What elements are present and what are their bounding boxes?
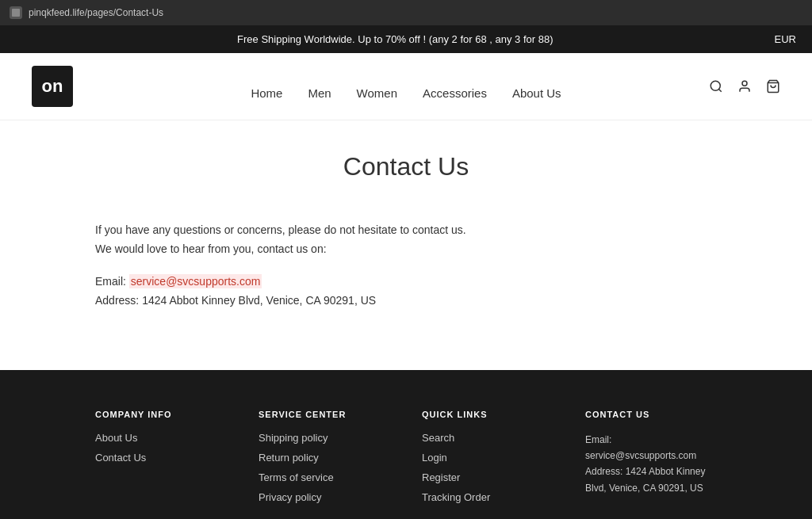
footer-col-contact-title: CONTACT US (585, 410, 717, 419)
browser-favicon (10, 6, 22, 19)
footer-link-tracking[interactable]: Tracking Order (422, 491, 553, 503)
footer-link-shipping[interactable]: Shipping policy (259, 432, 390, 444)
top-banner: Free Shipping Worldwide. Up to 70% off !… (0, 25, 812, 53)
nav-home[interactable]: Home (251, 86, 282, 100)
banner-message: Free Shipping Worldwide. Up to 70% off !… (16, 33, 775, 45)
contact-intro: If you have any questions or concerns, p… (95, 221, 717, 259)
footer-contact-email: Email: service@svcsupports.com (585, 432, 717, 464)
header-icons (709, 79, 780, 93)
cart-icon[interactable] (766, 79, 780, 93)
footer-col-contact: CONTACT US Email: service@svcsupports.co… (585, 410, 717, 511)
contact-email-link[interactable]: service@svcsupports.com (129, 274, 262, 288)
footer-col-service: SERVICE CENTER Shipping policy Return po… (259, 410, 390, 511)
footer-link-register[interactable]: Register (422, 471, 553, 483)
footer-col-company-title: COMPANY INFO (95, 410, 227, 419)
footer-link-contact[interactable]: Contact Us (95, 452, 227, 464)
footer-link-login[interactable]: Login (422, 452, 553, 464)
nav-women[interactable]: Women (357, 86, 397, 100)
browser-url: pinqkfeed.life/pages/Contact-Us (29, 7, 163, 18)
banner-currency[interactable]: EUR (775, 33, 796, 45)
footer-col-quicklinks: QUICK LINKS Search Login Register Tracki… (422, 410, 553, 511)
account-icon[interactable] (737, 79, 752, 93)
footer-contact-address: Address: 1424 Abbot Kinney Blvd, Venice,… (585, 464, 717, 496)
footer-link-return[interactable]: Return policy (259, 452, 390, 464)
footer-col-company: COMPANY INFO About Us Contact Us (95, 410, 227, 511)
logo[interactable]: on (32, 66, 73, 107)
footer-columns: COMPANY INFO About Us Contact Us SERVICE… (95, 410, 717, 519)
svg-line-2 (718, 89, 721, 91)
footer: COMPANY INFO About Us Contact Us SERVICE… (0, 370, 812, 519)
footer-link-search[interactable]: Search (422, 432, 553, 444)
svg-point-3 (742, 81, 747, 86)
search-icon[interactable] (709, 79, 723, 93)
footer-col-quicklinks-title: QUICK LINKS (422, 410, 553, 419)
footer-link-about[interactable]: About Us (95, 432, 227, 444)
nav-men[interactable]: Men (308, 86, 331, 100)
header: on Home Men Women Accessories About Us (0, 53, 812, 120)
footer-link-terms[interactable]: Terms of service (259, 471, 390, 483)
svg-rect-0 (12, 9, 20, 17)
footer-col-service-title: SERVICE CENTER (259, 410, 390, 419)
footer-link-privacy[interactable]: Privacy policy (259, 491, 390, 503)
main-content: Contact Us If you have any questions or … (0, 120, 812, 370)
page-title: Contact Us (95, 152, 717, 181)
svg-point-1 (710, 81, 720, 90)
logo-text: on (42, 78, 63, 95)
contact-email-line: Email: service@svcsupports.com (95, 275, 717, 288)
nav-about[interactable]: About Us (512, 86, 561, 100)
browser-bar: pinqkfeed.life/pages/Contact-Us (0, 0, 812, 25)
nav-accessories[interactable]: Accessories (423, 86, 487, 100)
contact-address: Address: 1424 Abbot Kinney Blvd, Venice,… (95, 294, 717, 307)
